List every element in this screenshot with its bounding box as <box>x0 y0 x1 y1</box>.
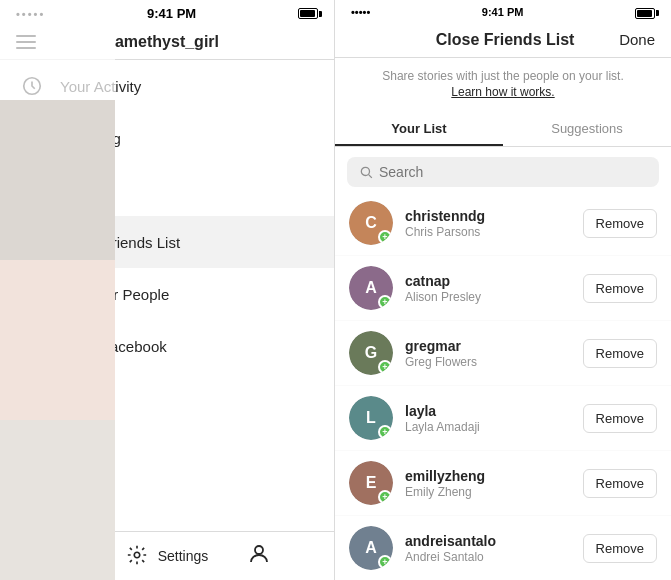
left-panel: ••••• 9:41 PM amethyst_girl Your Ac <box>0 0 335 580</box>
right-battery-icon <box>635 8 655 19</box>
remove-button-0[interactable]: Remove <box>583 209 657 238</box>
battery-icon <box>298 8 318 19</box>
right-status-bar: ••••• 9:41 PM <box>335 0 671 23</box>
left-time: 9:41 PM <box>147 6 196 21</box>
menu-activity-label: Your Activity <box>60 78 141 95</box>
friend-name-0: Chris Parsons <box>405 225 571 239</box>
avatar-2: G <box>349 331 393 375</box>
tabs: Your List Suggestions <box>335 111 671 147</box>
remove-button-2[interactable]: Remove <box>583 339 657 368</box>
hamburger-menu-button[interactable] <box>16 35 36 49</box>
friend-info-0: christenndg Chris Parsons <box>405 208 571 239</box>
svg-point-16 <box>361 168 369 176</box>
left-battery <box>298 8 318 19</box>
green-badge-4 <box>378 490 392 504</box>
clock-icon <box>20 74 44 98</box>
right-signal-dots: ••••• <box>351 6 370 18</box>
left-top-bar: amethyst_girl <box>0 25 334 60</box>
friend-username-0: christenndg <box>405 208 571 224</box>
tab-your-list[interactable]: Your List <box>335 111 503 146</box>
remove-button-3[interactable]: Remove <box>583 404 657 433</box>
username-label: amethyst_girl <box>115 33 219 51</box>
avatar-1: A <box>349 266 393 310</box>
photo-grid <box>0 100 115 580</box>
avatar-5: A <box>349 526 393 570</box>
remove-button-1[interactable]: Remove <box>583 274 657 303</box>
friend-item-3: L layla Layla Amadaji Remove <box>335 386 671 451</box>
friend-username-3: layla <box>405 403 571 419</box>
settings-icon <box>126 544 148 569</box>
friend-info-1: catnap Alison Presley <box>405 273 571 304</box>
friend-username-1: catnap <box>405 273 571 289</box>
right-panel: ••••• 9:41 PM Close Friends List Done Sh… <box>335 0 671 580</box>
avatar-3: L <box>349 396 393 440</box>
right-time: 9:41 PM <box>482 6 524 18</box>
photo-cell-3 <box>0 420 115 580</box>
friend-name-5: Andrei Santalo <box>405 550 571 564</box>
search-icon <box>359 165 373 179</box>
avatar-0: C <box>349 201 393 245</box>
green-badge-3 <box>378 425 392 439</box>
right-title: Close Friends List <box>436 31 575 49</box>
learn-more-link[interactable]: Learn how it works. <box>451 85 554 99</box>
photo-cell-1 <box>0 100 115 260</box>
friend-item-4: E emillyzheng Emily Zheng Remove <box>335 451 671 516</box>
friend-name-4: Emily Zheng <box>405 485 571 499</box>
friend-name-3: Layla Amadaji <box>405 420 571 434</box>
tab-suggestions[interactable]: Suggestions <box>503 111 671 146</box>
friend-item-2: G gregmar Greg Flowers Remove <box>335 321 671 386</box>
friend-name-2: Greg Flowers <box>405 355 571 369</box>
friend-username-4: emillyzheng <box>405 468 571 484</box>
friend-item-0: C christenndg Chris Parsons Remove <box>335 191 671 256</box>
left-status-bar: ••••• 9:41 PM <box>0 0 334 25</box>
signal-dots: ••••• <box>16 8 45 20</box>
friend-username-5: andreisantalo <box>405 533 571 549</box>
friend-item-5: A andreisantalo Andrei Santalo Remove <box>335 516 671 580</box>
avatar-4: E <box>349 461 393 505</box>
share-text: Share stories with just the people on yo… <box>382 69 623 83</box>
friends-list: C christenndg Chris Parsons Remove A cat… <box>335 191 671 580</box>
done-button[interactable]: Done <box>619 31 655 48</box>
remove-button-4[interactable]: Remove <box>583 469 657 498</box>
remove-button-5[interactable]: Remove <box>583 534 657 563</box>
settings-item[interactable]: Settings <box>126 544 209 569</box>
friend-info-3: layla Layla Amadaji <box>405 403 571 434</box>
right-battery <box>635 6 655 19</box>
friend-info-2: gregmar Greg Flowers <box>405 338 571 369</box>
friend-info-4: emillyzheng Emily Zheng <box>405 468 571 499</box>
settings-label: Settings <box>158 548 209 564</box>
svg-line-17 <box>369 175 372 178</box>
green-badge-1 <box>378 295 392 309</box>
green-badge-2 <box>378 360 392 374</box>
photo-cell-2 <box>0 260 115 420</box>
friend-name-1: Alison Presley <box>405 290 571 304</box>
search-bar[interactable] <box>347 157 659 187</box>
friend-username-2: gregmar <box>405 338 571 354</box>
green-badge-0 <box>378 230 392 244</box>
svg-point-14 <box>134 552 140 558</box>
profile-icon[interactable] <box>247 542 271 570</box>
bottom-bar-right <box>224 542 294 570</box>
svg-point-15 <box>255 546 263 554</box>
friend-item-1: A catnap Alison Presley Remove <box>335 256 671 321</box>
green-badge-5 <box>378 555 392 569</box>
search-input[interactable] <box>379 164 647 180</box>
right-top-bar: Close Friends List Done <box>335 23 671 58</box>
friend-info-5: andreisantalo Andrei Santalo <box>405 533 571 564</box>
share-description: Share stories with just the people on yo… <box>335 58 671 106</box>
